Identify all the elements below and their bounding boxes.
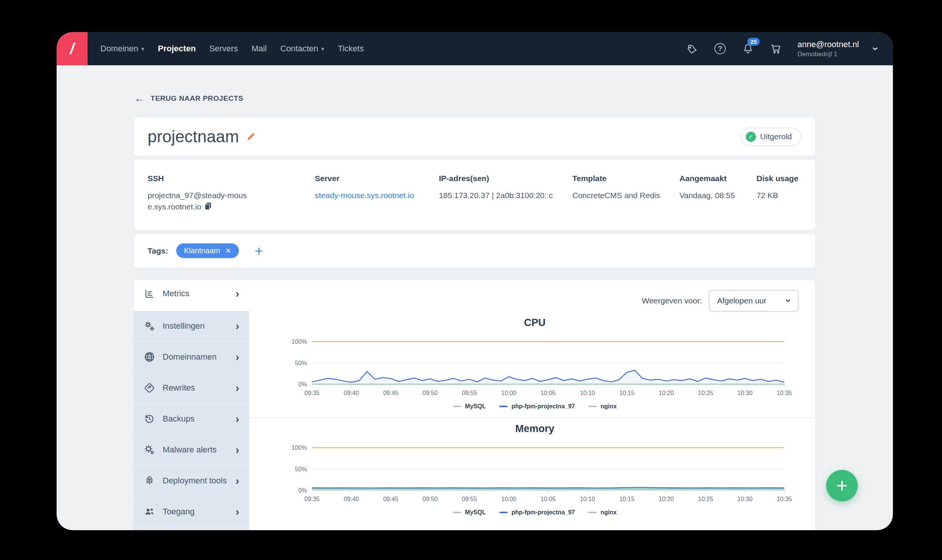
svg-text:10:05: 10:05	[540, 495, 556, 502]
sidebar-item-backups[interactable]: Backups›	[134, 404, 249, 435]
sidebar-item-instellingen[interactable]: Instellingen›	[134, 311, 249, 342]
svg-text:10:30: 10:30	[737, 389, 753, 396]
sidebar-item-toegang[interactable]: Toegang›	[134, 497, 249, 528]
tag-list: Klantnaam✕	[168, 243, 239, 258]
rocket-icon	[144, 475, 155, 486]
chevron-down-icon[interactable]: ›	[870, 47, 882, 51]
field-value: Vandaag, 08:55	[679, 190, 756, 201]
svg-text:10:15: 10:15	[619, 389, 634, 396]
chevron-right-icon: ›	[236, 382, 239, 394]
svg-text:50%: 50%	[295, 465, 307, 472]
tag-label: Klantnaam	[184, 246, 220, 255]
caret-down-icon: ▾	[321, 45, 324, 52]
info-field-ssh: SSHprojectna_97@steady-mouse.sys.rootnet…	[148, 174, 315, 213]
metrics-card: Metrics›Instellingen›Domeinnamen›Rewrite…	[134, 280, 815, 530]
chart-legend: MySQLphp-fpm-projectna_97nginx	[271, 509, 799, 516]
cart-icon[interactable]	[770, 42, 782, 55]
svg-text:10:20: 10:20	[659, 389, 674, 396]
chart-plot: 100%50%0%09:3509:4009:4509:5009:5510:001…	[271, 437, 799, 508]
legend-item[interactable]: nginx	[588, 509, 617, 516]
back-to-projects-link[interactable]: ← TERUG NAAR PROJECTS	[134, 92, 815, 105]
filter-row: Weergeven voor: Afgelopen uur ›	[271, 290, 799, 312]
chevron-right-icon: ›	[236, 474, 239, 487]
brand-logo[interactable]: /	[57, 32, 88, 65]
chevron-right-icon: ›	[236, 443, 239, 456]
nav-item-domeinen[interactable]: Domeinen▾	[100, 44, 144, 54]
sidebar-item-partial[interactable]	[134, 528, 249, 530]
add-project-fab[interactable]: +	[826, 470, 858, 502]
svg-text:10:00: 10:00	[501, 495, 516, 502]
globe-icon	[144, 351, 155, 363]
user-menu[interactable]: anne@rootnet.nl Demobedrijf 1	[797, 40, 859, 58]
svg-text:100%: 100%	[291, 444, 307, 451]
chart-plot: 100%50%0%09:3509:4009:4509:5009:5510:001…	[271, 331, 799, 402]
svg-text:10:35: 10:35	[777, 389, 792, 396]
svg-text:09:40: 09:40	[344, 389, 359, 396]
chevron-right-icon: ›	[236, 320, 239, 332]
sidebar-item-metrics[interactable]: Metrics›	[134, 280, 249, 307]
field-label: IP-adres(sen)	[439, 174, 573, 183]
tags-card: Tags: Klantnaam✕ +	[134, 234, 815, 268]
svg-text:0%: 0%	[298, 487, 307, 494]
field-value: 185.173.20.37 | 2a0b:3100:20::c	[439, 190, 573, 201]
nav-item-mail[interactable]: Mail	[251, 44, 266, 54]
sidebar-item-domeinnamen[interactable]: Domeinnamen›	[134, 342, 249, 373]
legend-item[interactable]: php-fpm-projectna_97	[499, 403, 575, 410]
chart-title: CPU	[271, 317, 799, 329]
chevron-right-icon: ›	[236, 412, 239, 425]
sidebar-item-rewrites[interactable]: Rewrites›	[134, 373, 249, 404]
field-value: ConcreteCMS and Redis	[572, 190, 679, 201]
svg-text:09:40: 09:40	[344, 495, 359, 502]
chart-title: Memory	[271, 423, 799, 435]
svg-text:50%: 50%	[295, 360, 307, 366]
legend-item[interactable]: MySQL	[453, 403, 486, 410]
add-tag-button[interactable]: +	[255, 244, 263, 258]
tag-icon[interactable]	[686, 42, 699, 55]
svg-text:0%: 0%	[298, 381, 307, 388]
period-select[interactable]: Afgelopen uur ›	[709, 290, 799, 312]
status-label: Uitgerold	[760, 132, 792, 141]
field-label: SSH	[148, 174, 315, 183]
svg-text:09:50: 09:50	[422, 495, 437, 502]
tag-pill[interactable]: Klantnaam✕	[176, 243, 239, 258]
brand-slash-icon: /	[70, 40, 74, 57]
bell-icon[interactable]: 25	[742, 42, 754, 55]
page-content: ← TERUG NAAR PROJECTS projectnaam ✓ Uitg…	[57, 92, 893, 530]
legend-dash-icon	[588, 406, 597, 407]
status-badge[interactable]: ✓ Uitgerold	[740, 128, 802, 146]
nav-item-servers[interactable]: Servers	[209, 44, 238, 54]
legend-dash-icon	[499, 406, 508, 407]
legend-dash-icon	[588, 512, 597, 513]
project-info-card: SSHprojectna_97@steady-mouse.sys.rootnet…	[134, 160, 815, 230]
field-value[interactable]: steady-mouse.sys.rootnet.io	[315, 190, 439, 201]
nav-item-tickets[interactable]: Tickets	[338, 44, 364, 54]
field-label: Template	[572, 174, 679, 183]
svg-text:100%: 100%	[291, 338, 307, 345]
edit-title-icon[interactable]	[246, 131, 256, 142]
svg-text:10:25: 10:25	[698, 495, 713, 502]
info-field-disk-usage: Disk usage72 KB	[756, 174, 802, 213]
nav-item-projecten[interactable]: Projecten	[158, 44, 195, 54]
info-field-aangemaakt: AangemaaktVandaag, 08:55	[679, 174, 756, 213]
breadcrumb-label: TERUG NAAR PROJECTS	[151, 94, 243, 103]
legend-item[interactable]: MySQL	[453, 509, 486, 516]
copy-icon[interactable]	[204, 202, 212, 211]
svg-text:10:10: 10:10	[580, 495, 595, 502]
charts-divider	[249, 417, 815, 418]
field-label: Aangemaakt	[679, 174, 756, 183]
chevron-right-icon: ›	[236, 505, 239, 518]
info-field-server: Serversteady-mouse.sys.rootnet.io	[315, 174, 439, 213]
svg-text:10:25: 10:25	[698, 389, 713, 396]
page-title: projectnaam	[148, 127, 239, 146]
chevron-right-icon: ›	[236, 287, 239, 300]
nav-item-contacten[interactable]: Contacten▾	[280, 44, 324, 54]
sidebar-item-deployment-tools[interactable]: Deployment tools›	[134, 466, 249, 497]
sidebar-item-malware-alerts[interactable]: Malware alerts›	[134, 435, 249, 466]
chart-area: Weergeven voor: Afgelopen uur › CPU100%5…	[249, 280, 815, 530]
caret-down-icon: ▾	[141, 45, 144, 52]
help-icon[interactable]: ?	[714, 42, 727, 55]
legend-item[interactable]: php-fpm-projectna_97	[499, 509, 575, 516]
legend-item[interactable]: nginx	[588, 403, 617, 410]
remove-tag-icon[interactable]: ✕	[225, 246, 231, 255]
svg-text:10:05: 10:05	[540, 389, 556, 396]
